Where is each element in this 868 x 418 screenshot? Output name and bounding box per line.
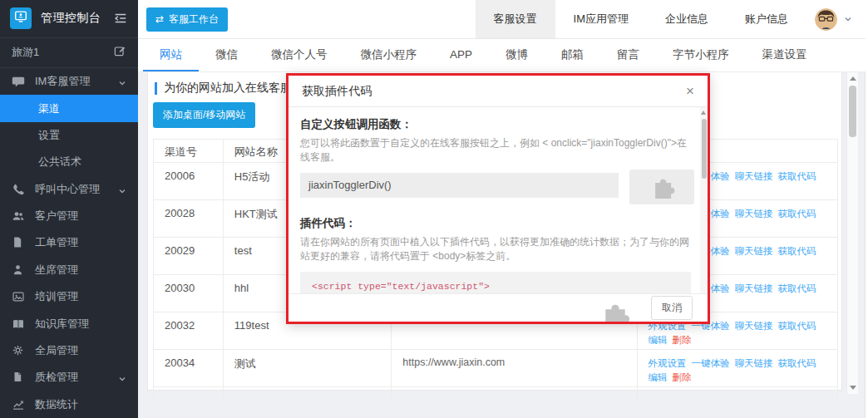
monitor-user-icon — [13, 9, 28, 27]
phone-icon — [12, 183, 25, 196]
users-icon — [12, 209, 25, 223]
sidebar-menu: IM客服管理 渠道 设置 公共话术 呼叫中心管理 客户管理 — [0, 68, 138, 418]
get-code-link[interactable]: 获取代码 — [778, 244, 816, 258]
top-bar: ⇄ 客服工作台 客服设置 IM应用管理 企业信息 账户信息 — [138, 0, 866, 39]
nav-service-settings[interactable]: 客服设置 — [476, 0, 555, 38]
sidebar: 管理控制台 旅游1 IM客服管理 渠道 设置 公共话术 — [0, 0, 138, 418]
nav-im-app-management[interactable]: IM应用管理 — [555, 0, 647, 38]
sidebar-header: 管理控制台 — [0, 0, 138, 38]
main-scrollbar[interactable] — [846, 72, 858, 394]
tab-wechat-miniprogram[interactable]: 微信小程序 — [344, 39, 434, 71]
tab-email[interactable]: 邮箱 — [545, 39, 600, 71]
sidebar-item-agents[interactable]: 坐席管理 — [0, 257, 138, 283]
scroll-up-arrow[interactable] — [701, 111, 706, 115]
edit-link[interactable]: 编辑 — [649, 333, 668, 347]
modal-header: 获取插件代码 × — [289, 76, 708, 107]
user-menu[interactable] — [806, 0, 866, 38]
table-row-partial — [154, 387, 837, 398]
document-icon — [12, 236, 25, 249]
close-icon[interactable]: × — [686, 84, 694, 98]
chat-link[interactable]: 聊天链接 — [735, 357, 773, 371]
sidebar-item-training[interactable]: 培训管理 — [0, 283, 138, 310]
workbench-button[interactable]: ⇄ 客服工作台 — [146, 7, 228, 32]
scroll-up-arrow[interactable] — [850, 76, 856, 81]
photo-icon — [12, 290, 25, 303]
chat-link[interactable]: 聊天链接 — [735, 319, 773, 333]
plugin-code-desc: 请在你网站的所有页面中植入以下插件代码，以获得更加准确的统计数据；为了与你的网站… — [300, 235, 691, 263]
sidebar-item-channels[interactable]: 渠道 — [0, 95, 138, 121]
workspace-row: 旅游1 — [0, 38, 138, 68]
app-window: 管理控制台 旅游1 IM客服管理 渠道 设置 公共话术 — [0, 0, 866, 418]
tab-weibo[interactable]: 微博 — [489, 39, 545, 71]
sidebar-item-global[interactable]: 全局管理 — [0, 337, 138, 364]
quick-try-link[interactable]: 一键体验 — [692, 357, 730, 371]
plugin-code-label: 插件代码： — [300, 216, 694, 231]
modal-body: 自定义按钮调用函数： 您可以将此函数置于自定义的在线客服按钮之上，例如 < on… — [289, 107, 708, 322]
puzzle-icon — [596, 321, 631, 322]
get-code-link[interactable]: 获取代码 — [778, 282, 816, 296]
app-title: 管理控制台 — [41, 11, 113, 26]
tab-bytedance-miniprogram[interactable]: 字节小程序 — [656, 39, 746, 71]
modal-footer: 取消 — [289, 293, 708, 322]
appearance-link[interactable]: 外观设置 — [649, 357, 687, 371]
scrollbar-thumb[interactable] — [849, 86, 856, 137]
sidebar-item-public-phrases[interactable]: 公共话术 — [0, 149, 138, 175]
book-icon — [12, 317, 25, 331]
tab-message[interactable]: 留言 — [600, 39, 656, 71]
function-code-field[interactable]: jiaxinTogglerDiv() — [300, 173, 619, 198]
scrollbar-thumb[interactable] — [702, 119, 707, 179]
sidebar-item-work-orders[interactable]: 工单管理 — [0, 229, 138, 256]
cancel-button[interactable]: 取消 — [651, 296, 693, 320]
edit-icon[interactable] — [113, 44, 126, 61]
top-nav: 客服设置 IM应用管理 企业信息 账户信息 — [476, 0, 866, 38]
sidebar-item-statistics[interactable]: 数据统计 — [0, 391, 138, 418]
nav-account-info[interactable]: 账户信息 — [727, 0, 806, 38]
tab-app[interactable]: APP — [433, 39, 489, 71]
sidebar-item-knowledge-base[interactable]: 知识库管理 — [0, 310, 138, 337]
nav-company-info[interactable]: 企业信息 — [647, 0, 727, 38]
custom-function-desc: 您可以将此函数置于自定义的在线客服按钮之上，例如 < onclick="jiax… — [300, 136, 691, 165]
scroll-down-arrow[interactable] — [850, 386, 856, 390]
sidebar-item-call-center[interactable]: 呼叫中心管理 — [0, 175, 138, 202]
col-channel: 渠道号 — [154, 140, 224, 162]
delete-link[interactable]: 删除 — [673, 371, 692, 385]
chat-link[interactable]: 聊天链接 — [735, 244, 773, 258]
custom-function-label: 自定义按钮调用函数： — [300, 117, 694, 132]
edit-link[interactable]: 编辑 — [649, 371, 668, 385]
chevron-down-icon — [118, 373, 126, 381]
delete-link[interactable]: 删除 — [673, 333, 692, 347]
file-check-icon — [12, 371, 25, 384]
get-plugin-code-modal: 获取插件代码 × 自定义按钮调用函数： 您可以将此函数置于自定义的在线客服按钮之… — [286, 73, 710, 324]
console-logo — [10, 7, 32, 29]
channel-tabs: 网站 微信 微信个人号 微信小程序 APP 微博 邮箱 留言 字节小程序 渠道设… — [138, 39, 866, 72]
workspace-name: 旅游1 — [12, 45, 113, 60]
chat-icon — [12, 75, 25, 88]
get-code-link[interactable]: 获取代码 — [778, 170, 816, 184]
get-code-link[interactable]: 获取代码 — [778, 207, 816, 221]
puzzle-icon — [648, 172, 676, 203]
copy-code-button[interactable] — [594, 296, 633, 322]
avatar — [815, 8, 837, 31]
collapse-menu-icon[interactable] — [113, 11, 128, 26]
copy-function-button[interactable] — [629, 170, 694, 204]
chat-link[interactable]: 聊天链接 — [735, 207, 773, 221]
tab-channel-settings[interactable]: 渠道设置 — [746, 39, 824, 71]
chat-link[interactable]: 聊天链接 — [735, 282, 773, 296]
line-chart-icon — [12, 398, 25, 411]
tab-wechat[interactable]: 微信 — [199, 39, 254, 71]
modal-scrollbar[interactable] — [700, 107, 708, 293]
sidebar-item-quality-check[interactable]: 质检管理 — [0, 364, 138, 391]
sidebar-item-settings[interactable]: 设置 — [0, 122, 138, 149]
chat-link[interactable]: 聊天链接 — [735, 170, 773, 184]
sidebar-item-customers[interactable]: 客户管理 — [0, 203, 138, 229]
get-code-link[interactable]: 获取代码 — [778, 357, 816, 371]
get-code-link[interactable]: 获取代码 — [778, 319, 816, 333]
section-title: 为你的网站加入在线客服 — [155, 81, 292, 96]
accent-bar — [155, 82, 157, 95]
sidebar-item-im-service[interactable]: IM客服管理 — [0, 68, 138, 95]
add-site-button[interactable]: 添加桌面/移动网站 — [153, 102, 255, 128]
chevron-down-icon — [118, 185, 126, 194]
tab-wechat-personal[interactable]: 微信个人号 — [254, 39, 344, 71]
tab-website[interactable]: 网站 — [143, 39, 199, 71]
modal-title: 获取插件代码 — [302, 84, 372, 99]
